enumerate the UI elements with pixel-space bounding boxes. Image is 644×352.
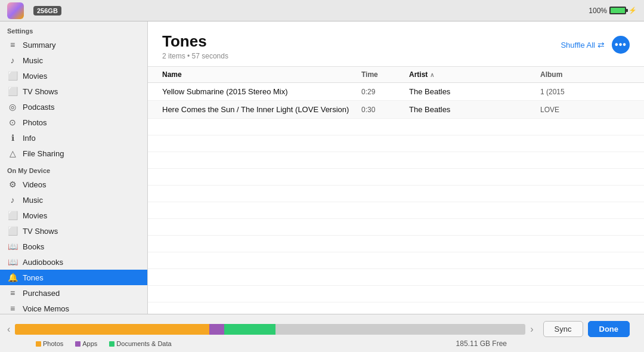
scroll-right-icon[interactable]: › [530,324,533,335]
videos-icon: ⚙ [7,180,18,189]
empty-row [148,169,644,186]
sidebar-item-info[interactable]: ℹ Info [0,130,147,146]
sidebar-item-music[interactable]: ♪ Music [0,53,147,68]
sidebar-label-tv-shows: TV Shows [23,87,58,96]
main-layout: Settings ≡ Summary ♪ Music ⬜ Movies ⬜ TV… [0,21,644,314]
track-time-1: 0:29 [361,88,409,96]
free-space-label: 185.11 GB Free [456,339,507,348]
bottom-bar: ‹ › Sync Done Photos Apps Documents & Da… [0,314,644,352]
sidebar-label-summary: Summary [23,41,56,50]
battery-pct: 100% [589,7,607,15]
legend-dot-photos [36,341,41,347]
bottom-buttons: Sync Done [536,320,637,338]
legend-photos: Photos [36,340,63,347]
sidebar-item-music-device[interactable]: ♪ Music [0,192,147,208]
shuffle-label: Shuffle All [561,41,595,50]
sidebar-label-tones: Tones [23,273,44,282]
scroll-left-icon[interactable]: ‹ [7,324,10,335]
sidebar-item-file-sharing[interactable]: △ File Sharing [0,146,147,161]
top-bar: 256GB 100% ⚡ [0,0,644,21]
sidebar-item-summary[interactable]: ≡ Summary [0,37,147,53]
storage-seg-apps [209,324,225,335]
sidebar-label-music: Music [23,56,43,65]
info-icon: ℹ [7,133,18,143]
content-header: Tones 2 items • 57 seconds Shuffle All ⇄… [148,21,644,67]
storage-seg-docs [224,324,275,335]
empty-row [148,219,644,236]
shuffle-all-button[interactable]: Shuffle All ⇄ [561,40,605,50]
sidebar-label-movies-device: Movies [23,211,47,220]
purchased-icon: ≡ [7,288,18,298]
movies-icon: ⬜ [7,71,18,81]
sidebar-label-info: Info [23,134,36,143]
storage-bar-row: ‹ › Sync Done [0,317,644,338]
empty-row [148,202,644,219]
sidebar-item-purchased[interactable]: ≡ Purchased [0,285,147,301]
legend-apps: Apps [75,340,97,347]
storage-badge: 256GB [33,6,61,16]
sort-arrow-icon: ∧ [430,72,434,78]
track-album-1: 1 (2015 [540,88,630,96]
track-name-2: Here Comes the Sun / The Inner Light (LO… [162,105,361,114]
sidebar-label-purchased: Purchased [23,289,60,298]
device-icon [7,2,24,19]
track-time-2: 0:30 [361,106,409,114]
content-title: Tones [162,32,228,51]
empty-row [148,186,644,202]
empty-row [148,286,644,302]
empty-row [148,252,644,269]
more-options-button[interactable]: ••• [612,36,630,54]
table-row[interactable]: Here Comes the Sun / The Inner Light (LO… [148,101,644,119]
sidebar-item-photos[interactable]: ⊙ Photos [0,115,147,130]
sidebar-item-tv-shows-device[interactable]: ⬜ TV Shows [0,223,147,239]
storage-bar [15,324,525,335]
content-title-area: Tones 2 items • 57 seconds [162,32,228,60]
table-row[interactable]: Yellow Submarine (2015 Stereo Mix) 0:29 … [148,83,644,101]
sidebar-item-books[interactable]: 📖 Books [0,239,147,254]
ondevice-section-header: On My Device [0,161,147,177]
sidebar-label-voice-memos: Voice Memos [23,304,69,313]
voice-memos-icon: ≡ [7,304,18,313]
sidebar-item-videos[interactable]: ⚙ Videos [0,177,147,192]
bolt-icon: ⚡ [628,7,637,14]
legend-label-apps: Apps [82,340,97,347]
col-header-artist: Artist ∧ [409,70,528,79]
done-button[interactable]: Done [588,321,630,337]
battery-icon [609,7,626,14]
content-area: Tones 2 items • 57 seconds Shuffle All ⇄… [148,21,644,314]
sidebar-label-photos: Photos [23,118,47,127]
sidebar-item-audiobooks[interactable]: 📖 Audiobooks [0,254,147,270]
sidebar-item-tv-shows[interactable]: ⬜ TV Shows [0,84,147,99]
empty-row [148,269,644,286]
sidebar-label-file-sharing: File Sharing [23,149,64,158]
legend-dot-docs [109,341,114,347]
track-album-2: LOVE [540,106,630,114]
track-artist-1: The Beatles [409,87,528,96]
col-header-time: Time [361,70,409,79]
col-header-name: Name [162,70,361,79]
sidebar-item-tones[interactable]: 🔔 Tones [0,270,147,285]
sidebar-item-voice-memos[interactable]: ≡ Voice Memos [0,301,147,314]
sidebar-item-podcasts[interactable]: ◎ Podcasts [0,99,147,115]
sync-button[interactable]: Sync [543,321,583,337]
empty-row [148,302,644,314]
track-name-1: Yellow Submarine (2015 Stereo Mix) [162,87,361,96]
music-device-icon: ♪ [7,195,18,205]
tv-device-icon: ⬜ [7,226,18,236]
books-icon: 📖 [7,242,18,251]
sidebar-label-music-device: Music [23,196,43,205]
sidebar-item-movies[interactable]: ⬜ Movies [0,68,147,84]
battery-area: 100% ⚡ [589,7,637,15]
sidebar-label-movies: Movies [23,72,47,81]
empty-row [148,119,644,135]
track-artist-2: The Beatles [409,105,528,114]
music-icon: ♪ [7,55,18,65]
summary-icon: ≡ [7,40,18,50]
shuffle-icon: ⇄ [597,40,605,50]
legend-label-photos: Photos [43,340,63,347]
content-subtitle: 2 items • 57 seconds [162,52,228,60]
sidebar-item-movies-device[interactable]: ⬜ Movies [0,208,147,223]
empty-row [148,236,644,252]
storage-seg-photos [15,324,209,335]
col-header-album: Album [540,70,630,79]
